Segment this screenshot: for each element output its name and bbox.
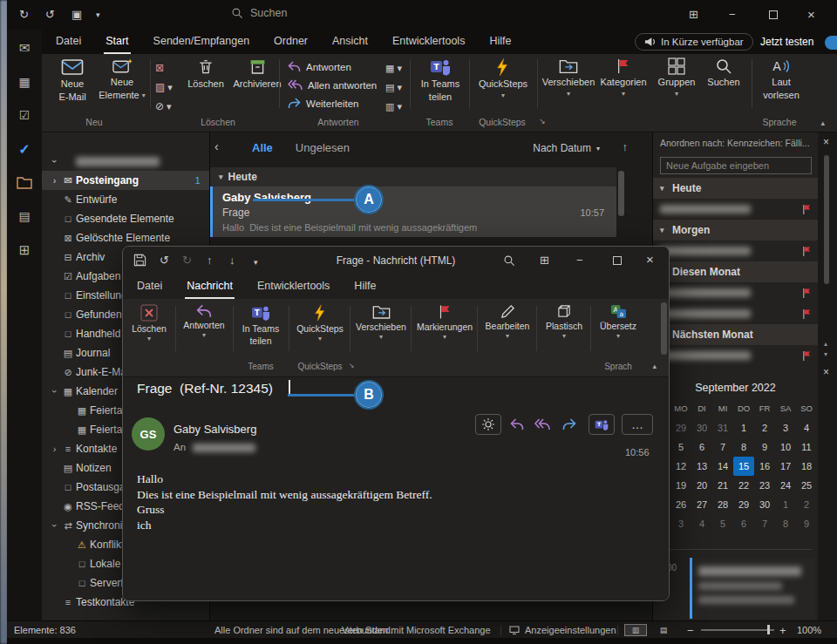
calendar-day[interactable]: 13 [691,457,712,476]
customize-toolbar-icon[interactable]: ▾ [96,8,100,22]
search-box[interactable]: Suchen [231,7,287,19]
ribbon-tab[interactable]: Start [104,30,130,54]
close-button[interactable]: × [646,253,654,267]
edit-button[interactable]: Bearbeiten▾ [480,304,534,340]
send-receive-icon[interactable]: ↻ [19,8,29,22]
archive-button[interactable]: Archivieren [230,58,284,90]
display-settings-label[interactable]: Anzeigeeinstellungen [525,625,616,635]
calendar-day[interactable]: 12 [670,457,691,476]
zoom-out-button[interactable]: − [687,624,694,637]
sort-direction-icon[interactable]: ↑ [623,140,629,153]
chevron-icon[interactable]: › [49,175,60,186]
calendar-day[interactable]: 4 [796,418,817,437]
tab-unread[interactable]: Ungelesen [296,141,350,154]
calendar-day[interactable]: 16 [754,457,775,476]
message-tab[interactable]: Nachricht [185,275,235,299]
zoom-slider-thumb[interactable] [767,625,770,634]
folder-item[interactable]: › Entwürfe [42,190,209,209]
calendar-day[interactable]: 3 [775,418,796,437]
cleanup-button[interactable]: ▨▾ [155,78,173,96]
calendar-module-icon[interactable]: ▦ [7,75,42,89]
message-tab[interactable]: Entwicklertools [255,275,331,299]
calendar-day[interactable]: 24 [775,476,796,495]
forward-icon[interactable] [562,418,576,430]
reply-icon[interactable] [510,418,524,430]
folder-item[interactable]: › Gesendete Elemente [42,209,209,228]
calendar-day[interactable]: 1 [775,495,796,514]
calendar-day[interactable]: 30 [754,495,775,514]
calendar-day[interactable]: 6 [733,514,754,533]
theme-toggle-button[interactable] [475,414,501,435]
maximize-button[interactable] [769,10,778,19]
ribbon-tab[interactable]: Ordner [272,30,310,54]
window-grid-icon[interactable]: ⊞ [689,8,698,22]
undo-icon[interactable]: ↺ [45,8,55,22]
new-items-button[interactable]: Neue Elemente▾ [98,58,146,101]
immersive-button[interactable]: Plastisch▾ [540,304,589,340]
reply-all-icon[interactable] [534,418,550,430]
chevron-icon[interactable]: › [50,520,60,532]
calendar-day[interactable]: 30 [691,418,712,437]
read-aloud-button[interactable]: A Lautvorlesen [757,58,806,101]
tab-all[interactable]: Alle [252,141,273,154]
new-outlook-toggle[interactable] [825,36,837,50]
ribbon-tab[interactable]: Hilfe [487,30,513,54]
folders-module-icon[interactable] [7,176,42,189]
more-respond-button[interactable]: ▥▾ [385,98,402,115]
im-reply-button[interactable]: ▤▾ [385,78,402,96]
todo-row[interactable]: ▾ Morgen [653,220,819,241]
todo-row[interactable]: ▾ [653,199,819,220]
arrange-by-header[interactable]: Anordnen nach: Kennzeichen: Fälli... [660,138,813,148]
calendar-day[interactable]: 28 [712,495,733,514]
sender-name[interactable]: Gaby Salvisberg [174,423,256,436]
zoom-level[interactable]: 100% [797,625,821,635]
ribbon-tab[interactable]: Ansicht [330,30,370,54]
sort-dropdown[interactable]: Nach Datum▾ [533,142,600,154]
appointment-card[interactable] [690,558,815,619]
ribbon-tab[interactable]: Datei [54,30,83,54]
ribbon-scrollbar[interactable] [661,302,667,355]
delete-button[interactable]: Löschen [183,58,228,90]
list-group-header[interactable]: ▾ Heute [210,167,616,186]
notes-module-icon[interactable]: ▤ [7,209,42,223]
calendar-day[interactable]: 8 [775,514,796,533]
mail-module-icon[interactable]: ✉ [7,40,42,56]
tags-button[interactable]: Markierungen▾ [414,304,475,341]
more-actions-button[interactable]: … [622,414,653,435]
calendar-day[interactable]: 7 [712,437,733,457]
calendar-day[interactable]: 2 [796,495,817,514]
todo-row[interactable]: ▾ Nächsten Monat [653,324,819,345]
calendar-day[interactable]: 2 [754,418,775,437]
dialog-launcher-icon[interactable]: ↘ [539,117,546,125]
folder-item[interactable]: › [42,152,209,171]
ignore-button[interactable]: ⊠ [155,59,173,77]
list-scrollbar[interactable] [618,171,624,216]
quicksteps-button[interactable]: QuickSteps ▾ [474,58,532,99]
reply-button[interactable]: Antworten [288,58,377,76]
calendar-day[interactable]: 31 [712,418,733,437]
view-mode-reading-button[interactable]: ▥ [624,624,647,636]
view-mode-list-button[interactable]: ▤ [652,624,675,636]
calendar-day[interactable]: 19 [670,476,691,495]
new-mail-button[interactable]: NeueE-Mail [49,58,96,103]
calendar-day[interactable]: 8 [733,437,754,457]
minimize-button[interactable]: − [576,254,583,268]
close-button[interactable]: × [807,8,815,22]
collapse-ribbon-icon[interactable]: ▴ [820,119,825,127]
zoom-in-button[interactable]: + [779,624,786,637]
calendar-day[interactable]: 4 [691,514,712,533]
categories-button[interactable]: Kategorien ▾ [598,58,649,98]
calendar-day[interactable]: 6 [691,437,712,457]
translate-button[interactable]: Aa Übersetz▾ [594,304,643,340]
flag-icon[interactable] [802,308,812,320]
calendar-day[interactable]: 11 [796,437,817,457]
flag-icon[interactable] [802,204,812,215]
chevron-icon[interactable]: › [50,156,60,167]
junk-button[interactable]: ⊘▾ [155,98,173,115]
calendar-day[interactable]: 27 [691,495,712,514]
move-button[interactable]: Verschieben ▾ [542,58,595,98]
todo-row[interactable]: ▾ Diesen Monat [653,261,819,282]
share-to-teams-button[interactable]: T In Teamsteilen [236,304,285,346]
calendar-day[interactable]: 15 [733,457,754,476]
move-button[interactable]: Verschieben▾ [353,304,409,341]
